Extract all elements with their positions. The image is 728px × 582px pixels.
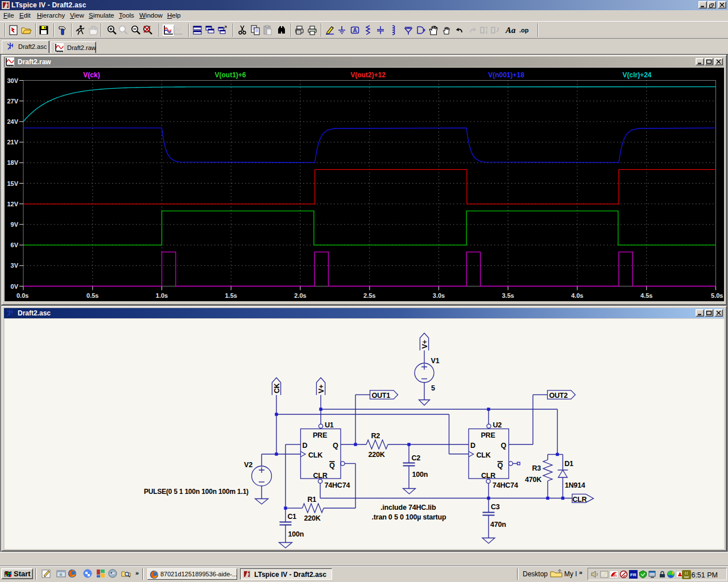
svg-text:Q: Q [498, 462, 503, 469]
svg-text:24V: 24V [7, 118, 18, 125]
svg-text:V1: V1 [431, 357, 440, 365]
svg-text:V(out2)+12: V(out2)+12 [350, 71, 386, 79]
svg-text:Q: Q [333, 442, 338, 450]
svg-text:100n: 100n [288, 530, 304, 538]
svg-text:3V: 3V [11, 262, 19, 269]
svg-text:27V: 27V [7, 98, 18, 105]
svg-text:3.0s: 3.0s [433, 292, 445, 299]
svg-text:9V: 9V [11, 221, 19, 228]
svg-text:U2: U2 [493, 421, 502, 429]
svg-text:PRE: PRE [481, 431, 495, 439]
svg-text:CLR: CLR [313, 472, 328, 480]
svg-text:1.5s: 1.5s [225, 292, 237, 299]
svg-text:0V: 0V [11, 283, 19, 290]
svg-text:5.0s: 5.0s [711, 292, 723, 299]
svg-text:220K: 220K [369, 451, 385, 459]
svg-text:2.5s: 2.5s [363, 292, 375, 299]
svg-text:C2: C2 [412, 454, 421, 462]
svg-text:D1: D1 [565, 460, 574, 468]
svg-text:15V: 15V [7, 180, 18, 187]
svg-text:V2: V2 [244, 461, 253, 469]
svg-text:PULSE(0 5 1 100n 100n 100m 1.1: PULSE(0 5 1 100n 100n 100m 1.1) [144, 488, 249, 496]
svg-text:C3: C3 [491, 503, 500, 511]
svg-text:CLR: CLR [573, 496, 587, 504]
svg-text:C1: C1 [288, 513, 297, 521]
svg-text:PRE: PRE [313, 431, 327, 439]
svg-text:FR: FR [630, 572, 636, 577]
svg-text:21V: 21V [7, 139, 18, 146]
svg-text:OUT1: OUT1 [372, 392, 391, 400]
svg-text:R1: R1 [308, 496, 317, 504]
svg-text:470K: 470K [525, 476, 541, 484]
svg-text:18V: 18V [7, 159, 18, 166]
svg-text:Q: Q [329, 462, 335, 469]
svg-text:CLR: CLR [481, 472, 495, 480]
svg-text:CLK: CLK [308, 451, 322, 459]
svg-text:220K: 220K [304, 514, 321, 522]
svg-text:Q: Q [501, 442, 507, 450]
svg-text:1N914: 1N914 [565, 481, 585, 489]
svg-text:12V: 12V [7, 201, 18, 207]
svg-text:U1: U1 [325, 421, 334, 429]
svg-text:A: A [353, 27, 357, 34]
svg-text:V(out1)+6: V(out1)+6 [214, 71, 246, 79]
svg-text:V(n001)+18: V(n001)+18 [488, 71, 524, 79]
svg-text:.tran 0 5 0 100µ startup: .tran 0 5 0 100µ startup [372, 513, 446, 521]
svg-text:4.0s: 4.0s [571, 292, 583, 299]
svg-text:4.5s: 4.5s [640, 292, 652, 299]
svg-text:CK: CK [273, 383, 281, 393]
svg-text:0.0s: 0.0s [16, 292, 28, 299]
svg-text:100n: 100n [412, 471, 428, 479]
svg-text:OUT2: OUT2 [549, 392, 568, 400]
svg-text:3.5s: 3.5s [502, 292, 514, 299]
svg-text:CLK: CLK [477, 451, 491, 459]
svg-text:D: D [303, 442, 308, 450]
svg-text:V(ck): V(ck) [83, 71, 100, 79]
svg-text:6V: 6V [11, 242, 19, 248]
svg-text:470n: 470n [490, 521, 506, 529]
svg-text:5: 5 [431, 384, 435, 392]
svg-text:.include 74HC.lib: .include 74HC.lib [380, 504, 436, 512]
svg-text:ATI: ATI [611, 574, 617, 577]
svg-text:V+: V+ [421, 340, 429, 348]
svg-text:0.5s: 0.5s [86, 292, 98, 299]
svg-text:2.0s: 2.0s [294, 292, 306, 299]
svg-text:Aa: Aa [505, 26, 516, 35]
svg-text:R2: R2 [371, 432, 380, 440]
svg-text:1.0s: 1.0s [156, 292, 168, 299]
svg-text:V+: V+ [317, 385, 325, 393]
svg-text:74HC74: 74HC74 [493, 481, 518, 489]
svg-text:.op: .op [519, 27, 529, 34]
svg-text:V(clr)+24: V(clr)+24 [622, 71, 651, 79]
svg-text:30V: 30V [7, 77, 18, 84]
svg-text:R3: R3 [532, 464, 541, 472]
svg-text:D: D [470, 442, 475, 450]
svg-text:74HC74: 74HC74 [325, 481, 350, 489]
